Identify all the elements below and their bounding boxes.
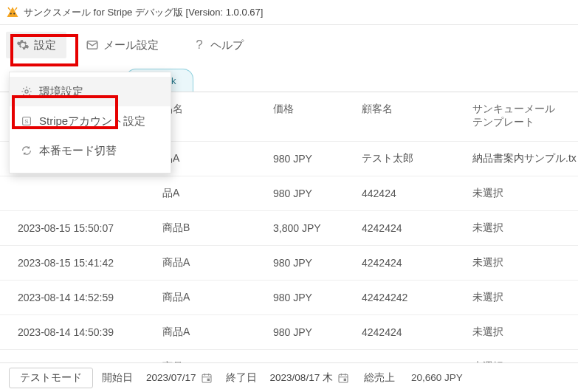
settings-dropdown: 環境設定 S Stripeアカウント設定 本番モード切替: [9, 72, 171, 173]
svg-rect-6: [202, 374, 211, 382]
col-price-header[interactable]: 価格: [266, 92, 354, 142]
table-row[interactable]: 2023-08-15 15:41:42商品A980 JPY4242424未選択: [0, 246, 578, 281]
col-product-header[interactable]: 品名: [155, 92, 266, 142]
title-bar: サンクスメール for Stripe デバッグ版 [Version: 1.0.0…: [0, 0, 578, 25]
stripe-account-item[interactable]: S Stripeアカウント設定: [10, 106, 171, 136]
mail-settings-button[interactable]: メール設定: [75, 32, 169, 58]
cell-date: 2023-08-14 14:50:39: [0, 315, 155, 350]
col-customer-header[interactable]: 顧客名: [354, 92, 465, 142]
cell-price: 980 JPY: [266, 176, 354, 211]
cell-product: 商品A: [155, 281, 266, 315]
svg-text:S: S: [24, 118, 28, 125]
env-settings-item[interactable]: 環境設定: [10, 77, 171, 106]
cell-customer: 42424242: [354, 281, 465, 315]
cell-price: 980 JPY: [266, 142, 354, 176]
cell-template: 未選択: [465, 211, 578, 246]
status-bar: テストモード 開始日 2023/07/17 終了日 2023/08/17 木 総…: [0, 362, 578, 392]
production-toggle-item[interactable]: 本番モード切替: [10, 136, 171, 165]
cell-price: 3,800 JPY: [266, 211, 354, 246]
end-date-label: 終了日: [226, 371, 257, 385]
cell-product: 商品A: [155, 246, 266, 281]
mail-settings-label: メール設定: [103, 38, 159, 52]
production-toggle-label: 本番モード切替: [39, 144, 117, 158]
stripe-icon: S: [20, 114, 33, 128]
content-area: 環境設定 S Stripeアカウント設定 本番モード切替 品名 価格 顧客名 サ…: [0, 92, 578, 384]
table-row[interactable]: 2023-08-14 14:50:39商品A980 JPY4242424未選択: [0, 315, 578, 350]
cell-price: 980 JPY: [266, 315, 354, 350]
cell-product: 商品B: [155, 211, 266, 246]
cell-product: 品A: [155, 142, 266, 176]
cell-template: 未選択: [465, 176, 578, 211]
cell-date: [0, 176, 155, 211]
template-header-line2: テンプレート: [472, 116, 534, 128]
settings-button[interactable]: 設定: [6, 32, 66, 58]
cell-template: 未選択: [465, 315, 578, 350]
settings-label: 設定: [34, 38, 56, 52]
template-header-line1: サンキューメール: [472, 103, 555, 114]
mode-badge[interactable]: テストモード: [9, 368, 93, 388]
cell-price: 980 JPY: [266, 281, 354, 315]
help-label: ヘルプ: [210, 38, 244, 52]
env-settings-label: 環境設定: [39, 85, 83, 99]
cell-template: 未選択: [465, 281, 578, 315]
help-button[interactable]: ? ヘルプ: [182, 32, 254, 58]
cell-date: 2023-08-15 15:41:42: [0, 246, 155, 281]
cell-template: 納品書案内サンプル.tx: [465, 142, 578, 176]
total-value: 20,660 JPY: [411, 372, 463, 383]
svg-rect-8: [339, 374, 348, 382]
start-date-input[interactable]: 2023/07/17: [146, 372, 196, 383]
cell-product: 商品A: [155, 315, 266, 350]
cell-customer: 4242424: [354, 315, 465, 350]
window-title: サンクスメール for Stripe デバッグ版 [Version: 1.0.0…: [24, 6, 263, 19]
cell-customer: 442424: [354, 176, 465, 211]
calendar-icon[interactable]: [201, 372, 213, 384]
app-icon: [6, 6, 19, 19]
main-toolbar: 設定 メール設定 ? ヘルプ: [0, 25, 578, 65]
end-date-input[interactable]: 2023/08/17 木: [270, 371, 333, 385]
col-template-header[interactable]: サンキューメール テンプレート: [465, 92, 578, 142]
svg-point-0: [10, 13, 12, 14]
svg-rect-7: [207, 378, 209, 380]
cell-customer: テスト太郎: [354, 142, 465, 176]
stripe-account-label: Stripeアカウント設定: [39, 114, 145, 128]
cell-price: 980 JPY: [266, 246, 354, 281]
table-row[interactable]: 2023-08-15 15:50:07商品B3,800 JPY4242424未選…: [0, 211, 578, 246]
calendar-icon[interactable]: [337, 372, 349, 384]
svg-rect-9: [344, 378, 346, 380]
table-row[interactable]: 2023-08-14 14:52:59商品A980 JPY42424242未選択: [0, 281, 578, 315]
svg-point-1: [13, 13, 15, 14]
cell-date: 2023-08-15 15:50:07: [0, 211, 155, 246]
total-label: 総売上: [364, 371, 395, 385]
help-icon: ?: [193, 38, 206, 52]
table-row[interactable]: 品A980 JPY442424未選択: [0, 176, 578, 211]
svg-point-3: [25, 90, 28, 93]
cell-date: 2023-08-14 14:52:59: [0, 281, 155, 315]
cell-customer: 4242424: [354, 246, 465, 281]
gear-icon: [20, 85, 33, 98]
refresh-icon: [20, 144, 33, 157]
cell-template: 未選択: [465, 246, 578, 281]
cell-customer: 4242424: [354, 211, 465, 246]
start-date-label: 開始日: [102, 371, 133, 385]
mail-icon: [86, 38, 99, 52]
cell-product: 品A: [155, 176, 266, 211]
gear-icon: [16, 38, 30, 52]
